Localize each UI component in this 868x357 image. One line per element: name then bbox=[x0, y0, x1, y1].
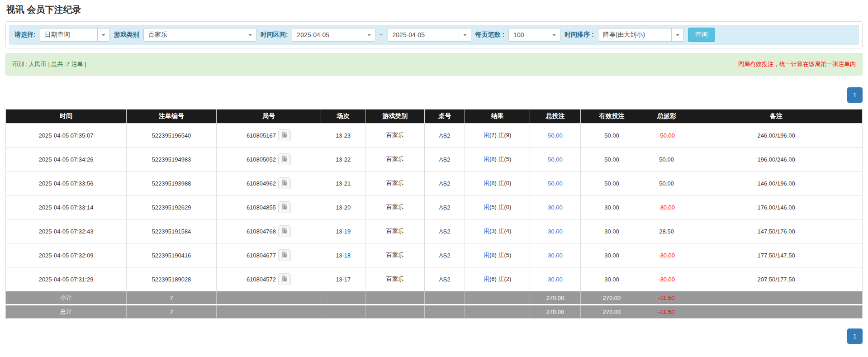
cell-remark: 146.00/196.00 bbox=[690, 171, 863, 195]
search-button[interactable]: 查询 bbox=[688, 28, 715, 42]
cell-game: 百家乐 bbox=[365, 195, 425, 219]
subtotal-row: 小计7270.00270.00-11.50 bbox=[6, 291, 863, 305]
chevron-down-icon bbox=[363, 29, 375, 41]
page-size-select[interactable]: 100 bbox=[508, 28, 560, 42]
summary-bar: 币别 : 人民币 | 总共 :7 注单 | 同局有效投注，统一计算在该局第一张注… bbox=[5, 53, 863, 76]
table-header-row: 时间 注单编号 局号 场次 游戏类别 桌号 结果 总投注 有效投注 总派彩 备注 bbox=[6, 109, 863, 124]
cell-session: 13-21 bbox=[321, 171, 365, 195]
cell-bet-id: 522395193988 bbox=[127, 171, 217, 195]
cell-table-no: AS2 bbox=[425, 267, 465, 291]
cell-round: 610804855 bbox=[216, 195, 321, 219]
round-video-button[interactable] bbox=[278, 249, 291, 261]
header-round: 局号 bbox=[216, 109, 321, 124]
cell-game: 百家乐 bbox=[365, 124, 425, 148]
query-type-label: 请选择: bbox=[14, 31, 36, 39]
time-sort-select[interactable]: 降幂(由大到小) bbox=[598, 28, 684, 42]
page-title: 视讯 会员下注纪录 bbox=[6, 4, 862, 16]
cell-time: 2025-04-05 07:34:26 bbox=[6, 148, 127, 171]
chevron-down-icon bbox=[671, 29, 683, 41]
cell-sum-payout: -11.50 bbox=[643, 305, 690, 319]
cell-valid-bet: 50.00 bbox=[580, 171, 643, 195]
table-row: 2025-04-05 07:32:43522395191584610804768… bbox=[6, 219, 863, 243]
cell-remark: 196.00/246.00 bbox=[690, 148, 863, 171]
cell-table-no: AS2 bbox=[425, 124, 465, 148]
chevron-down-icon bbox=[548, 29, 560, 41]
cell-total-bet: 30.00 bbox=[530, 219, 581, 243]
cell-session: 13-17 bbox=[321, 267, 365, 291]
cell-total-bet: 50.00 bbox=[530, 124, 581, 148]
header-valid-bet: 有效投注 bbox=[580, 109, 643, 124]
round-video-button[interactable] bbox=[278, 153, 291, 165]
header-total-bet: 总投注 bbox=[530, 109, 581, 124]
cell-valid-bet: 50.00 bbox=[580, 124, 643, 148]
header-time: 时间 bbox=[6, 109, 127, 124]
video-icon bbox=[281, 251, 288, 259]
total-bet-link[interactable]: 50.00 bbox=[548, 156, 563, 163]
cell-total-bet: 50.00 bbox=[530, 171, 581, 195]
cell-game: 百家乐 bbox=[365, 148, 425, 171]
cell-payout: 28.50 bbox=[643, 219, 690, 243]
cell-session: 13-23 bbox=[321, 124, 365, 148]
cell-valid-bet: 30.00 bbox=[580, 267, 643, 291]
header-remark: 备注 bbox=[690, 109, 863, 124]
cell-valid-bet: 30.00 bbox=[580, 219, 643, 243]
total-bet-link[interactable]: 30.00 bbox=[548, 228, 563, 235]
cell-bet-id: 522395191584 bbox=[127, 219, 217, 243]
page-button[interactable]: 1 bbox=[847, 87, 863, 103]
total-bet-link[interactable]: 30.00 bbox=[548, 252, 563, 259]
cell-round: 610805052 bbox=[216, 148, 321, 171]
round-video-button[interactable] bbox=[278, 225, 291, 237]
cell-payout: -30.00 bbox=[643, 195, 690, 219]
round-video-button[interactable] bbox=[278, 177, 291, 189]
query-type-select[interactable]: 日期查询 bbox=[40, 28, 110, 42]
cell-sum-label: 小计 bbox=[6, 291, 127, 305]
cell-bet-id: 522395196540 bbox=[127, 124, 217, 148]
cell-session: 13-18 bbox=[321, 243, 365, 267]
total-bet-link[interactable]: 30.00 bbox=[548, 204, 563, 211]
notice-text: 同局有效投注，统一计算在该局第一张注单内 bbox=[738, 60, 856, 68]
cell-time: 2025-04-05 07:31:29 bbox=[6, 267, 127, 291]
cell-bet-id: 522395192629 bbox=[127, 195, 217, 219]
game-category-select[interactable]: 百家乐 bbox=[143, 28, 256, 42]
cell-remark: 207.50/177.50 bbox=[690, 267, 863, 291]
cell-round: 610805167 bbox=[216, 124, 321, 148]
page-button[interactable]: 1 bbox=[847, 328, 863, 344]
filter-panel: 请选择: 日期查询 游戏类别 百家乐 时间区间: 2025-04-05 ~ 20… bbox=[5, 21, 863, 48]
cell-time: 2025-04-05 07:32:09 bbox=[6, 243, 127, 267]
round-video-button[interactable] bbox=[278, 129, 291, 141]
cell-result: 闲(8) 庄(0) bbox=[465, 171, 530, 195]
total-bet-link[interactable]: 50.00 bbox=[548, 180, 563, 187]
table-row: 2025-04-05 07:34:26522395194983610805052… bbox=[6, 148, 863, 171]
grandtotal-row: 总计7270.00270.00-11.50 bbox=[6, 305, 863, 319]
cell-bet-id: 522395194983 bbox=[127, 148, 217, 171]
cell-game: 百家乐 bbox=[365, 171, 425, 195]
cell-table-no: AS2 bbox=[425, 219, 465, 243]
video-icon bbox=[281, 275, 288, 283]
combo-value: 百家乐 bbox=[144, 29, 244, 41]
chevron-down-icon bbox=[244, 29, 256, 41]
total-bet-link[interactable]: 30.00 bbox=[548, 276, 563, 283]
video-icon bbox=[281, 155, 288, 163]
cell-session: 13-22 bbox=[321, 148, 365, 171]
cell-time: 2025-04-05 07:33:14 bbox=[6, 195, 127, 219]
date-to-select[interactable]: 2025-04-05 bbox=[388, 28, 471, 42]
video-icon bbox=[281, 179, 288, 187]
cell-table-no: AS2 bbox=[425, 243, 465, 267]
cell-result: 闲(7) 庄(9) bbox=[465, 124, 530, 148]
cell-total-bet: 30.00 bbox=[530, 267, 581, 291]
combo-value: 100 bbox=[509, 29, 548, 41]
cell-payout: 50.00 bbox=[643, 171, 690, 195]
video-icon bbox=[281, 131, 288, 139]
cell-payout: -30.00 bbox=[643, 243, 690, 267]
round-video-button[interactable] bbox=[278, 273, 291, 285]
filter-bar: 请选择: 日期查询 游戏类别 百家乐 时间区间: 2025-04-05 ~ 20… bbox=[9, 25, 859, 45]
round-video-button[interactable] bbox=[278, 201, 291, 213]
cell-sum-label: 总计 bbox=[6, 305, 127, 319]
table-row: 2025-04-05 07:33:56522395193988610804962… bbox=[6, 171, 863, 195]
cell-table-no: AS2 bbox=[425, 171, 465, 195]
cell-remark: 177.50/147.50 bbox=[690, 243, 863, 267]
cell-game: 百家乐 bbox=[365, 243, 425, 267]
date-from-select[interactable]: 2025-04-05 bbox=[292, 28, 375, 42]
cell-time: 2025-04-05 07:33:56 bbox=[6, 171, 127, 195]
total-bet-link[interactable]: 50.00 bbox=[548, 132, 563, 139]
